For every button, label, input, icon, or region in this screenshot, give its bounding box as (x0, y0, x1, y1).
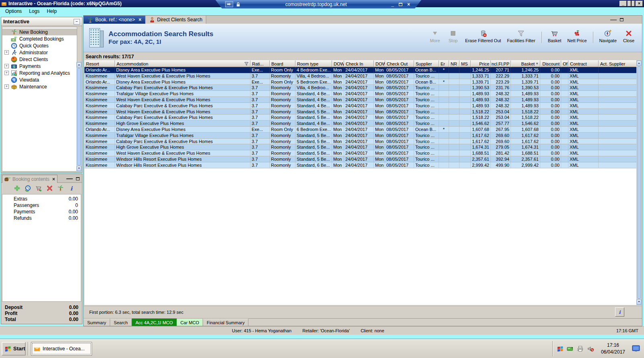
sidebar-item-maintenance[interactable]: +Maintenance (2, 83, 77, 90)
bottom-tab-search[interactable]: Search (110, 319, 132, 326)
table-row[interactable]: Orlando Ar...Disney Area Executive Plus … (84, 127, 638, 133)
window-restore-button[interactable] (628, 1, 635, 6)
table-row[interactable]: KissimmeeWest Haven Executive & Executiv… (84, 73, 638, 79)
quick-quote-button[interactable] (25, 185, 31, 192)
rdp-minimize-button[interactable]: _ (391, 2, 394, 7)
booking-panel-minimize-icon[interactable]: — (66, 175, 73, 182)
table-row[interactable]: KissimmeeWest Haven Executive & Executiv… (84, 150, 638, 156)
column-header-supplier[interactable]: Supplier (414, 60, 439, 67)
scroll-up-icon[interactable]: ▲ (637, 61, 641, 66)
column-header-dow[interactable]: DOW (332, 60, 344, 67)
table-row[interactable]: Orlando Ar...Disney Area Executive Plus … (84, 67, 638, 73)
expand-icon[interactable]: + (4, 50, 9, 55)
sidebar-item-new-booking[interactable]: New Booking (2, 29, 77, 35)
column-header-accommodation[interactable]: Accommodation (115, 60, 250, 67)
bottom-tab-financial-summary[interactable]: Financial Summary (203, 319, 248, 326)
tray-volume-muted-icon[interactable] (587, 345, 594, 352)
info-button[interactable]: i (68, 185, 75, 192)
column-header-board[interactable]: Board (270, 60, 295, 67)
booking-panel-maximize-icon[interactable] (76, 177, 80, 180)
column-header-price[interactable]: Price (471, 60, 491, 67)
column-header-basket[interactable]: Basket▼ (511, 60, 540, 67)
expand-icon[interactable]: + (4, 64, 9, 68)
column-header-ms[interactable]: MS (459, 60, 471, 67)
tray-app-icon[interactable] (557, 345, 564, 352)
column-header-incl-fl-pp[interactable]: Incl.Fl.PP (491, 60, 511, 67)
column-header-check-out[interactable]: Check Out (385, 60, 414, 67)
column-header-of[interactable]: Of (561, 60, 568, 67)
sidebar-item-administrator[interactable]: +Administrator (2, 49, 77, 56)
column-header-dow[interactable]: DOW (374, 60, 385, 67)
column-header-check-in[interactable]: Check In (344, 60, 374, 67)
scroll-down-icon[interactable]: ▼ (637, 299, 641, 305)
expand-icon[interactable]: + (4, 71, 9, 75)
taskbar-clock[interactable]: 17:16 06/04/2017 (601, 342, 625, 355)
table-row[interactable]: KissimmeeHigh Grove Executive Plus Homes… (84, 144, 638, 150)
expand-icon[interactable]: + (4, 84, 9, 89)
rdp-close-button[interactable]: × (407, 2, 410, 7)
table-row[interactable]: KissimmeeCalabay Parc Executive & Execut… (84, 115, 638, 121)
window-minimize-button[interactable]: _ (619, 1, 627, 6)
scroll-thumb[interactable] (637, 66, 641, 299)
booking-contents-tab[interactable]: Booking contents × (2, 175, 57, 183)
sidebar-item-quick-quotes[interactable]: Quick Quotes (2, 42, 77, 49)
table-row[interactable]: KissimmeeCalabay Parc Executive & Execut… (84, 85, 638, 91)
pin-icon[interactable] (225, 1, 233, 7)
menu-item-logs[interactable]: Logs (25, 8, 43, 15)
show-desktop-icon[interactable] (632, 345, 640, 352)
column-header-er[interactable]: Er (439, 60, 449, 67)
tab-book-ref-none[interactable]: Book. ref.: <none>× (84, 16, 146, 24)
table-row[interactable]: KissimmeeCalabay Parc Executive & Execut… (84, 139, 638, 145)
close-button[interactable]: Close (623, 29, 635, 43)
table-row[interactable]: KissimmeeTrafalgar Village Executive Plu… (84, 133, 638, 139)
collapse-panel-button[interactable]: − (74, 19, 80, 25)
bottom-tab-summary[interactable]: Summary (84, 319, 110, 326)
tree-scrollbar[interactable]: ▲▼ (76, 62, 82, 172)
basket-button[interactable]: Basket (548, 29, 562, 43)
erase-filtered-out-button[interactable]: Erase Filtered Out (465, 29, 501, 43)
taskbar-task-button[interactable]: Interactive - Ocea... (31, 342, 92, 356)
panel-minimize-icon[interactable]: — (610, 16, 617, 23)
info-button[interactable]: i (615, 307, 624, 317)
sidebar-item-reporting-and-analytics[interactable]: +Reporting and Analytics (2, 70, 77, 76)
menu-item-help[interactable]: Help (43, 8, 60, 15)
table-row[interactable]: KissimmeeWest Haven Executive & Executiv… (84, 109, 638, 115)
table-row[interactable]: KissimmeeTrafalgar Village Executive Plu… (84, 91, 638, 97)
table-row[interactable]: Orlando Ar...Disney Area Executive Plus … (84, 79, 638, 85)
start-button[interactable]: Start (2, 342, 26, 356)
column-header-room-type[interactable]: Room type (295, 60, 332, 67)
filter-icon[interactable] (244, 61, 249, 66)
column-header-discount[interactable]: Discount (540, 60, 561, 67)
sidebar-item-viewdata[interactable]: Viewdata (2, 76, 77, 83)
bottom-tab-car-mco[interactable]: Car MCO (177, 319, 203, 326)
column-header-rati[interactable]: Rati... (250, 60, 270, 67)
tab-close-icon[interactable]: × (139, 17, 142, 23)
booking-contents-close-icon[interactable]: × (52, 177, 55, 182)
holiday-button[interactable] (57, 185, 64, 192)
facilities-filter-button[interactable]: Facilities Filter (507, 29, 535, 43)
menu-item-options[interactable]: Options (2, 8, 25, 15)
sidebar-item-payments[interactable]: +$Payments (2, 63, 77, 70)
column-header-nr[interactable]: NR (449, 60, 459, 67)
window-close-button[interactable]: × (636, 1, 643, 6)
delete-button[interactable] (46, 185, 53, 192)
move-to-basket-button[interactable] (35, 185, 42, 192)
add-button[interactable] (14, 185, 21, 192)
rdp-restore-button[interactable] (399, 3, 402, 6)
panel-maximize-icon[interactable] (620, 18, 623, 21)
tray-card-icon[interactable] (567, 345, 574, 352)
tray-printer-icon[interactable] (577, 345, 584, 352)
column-header-act-supplier[interactable]: Act. Supplier (599, 60, 638, 67)
nett-price-button[interactable]: Nett Price (567, 29, 587, 43)
tab-direct-clients-search[interactable]: Direct Clients Search (146, 16, 207, 24)
sidebar-item-completed-bookings[interactable]: Completed Bookings (2, 35, 77, 42)
table-row[interactable]: KissimmeeWest Haven Executive & Executiv… (84, 97, 638, 103)
column-header-resort[interactable]: Resort (84, 60, 115, 67)
table-row[interactable]: KissimmeeWindsor Hills Resort Executive … (84, 162, 638, 168)
table-row[interactable]: KissimmeeWindsor Hills Resort Executive … (84, 156, 638, 162)
bottom-tab-acc-4a-2c-1i-mco[interactable]: Acc 4A,2C,1I MCO (132, 319, 177, 326)
table-row[interactable]: KissimmeeCalabay Parc Executive & Execut… (84, 103, 638, 109)
sidebar-item-direct-clients[interactable]: Direct Clients (2, 56, 77, 63)
table-row[interactable]: KissimmeeHigh Grove Executive Plus Homes… (84, 121, 638, 127)
grid-scrollbar[interactable]: ▲ ▼ (636, 60, 642, 305)
